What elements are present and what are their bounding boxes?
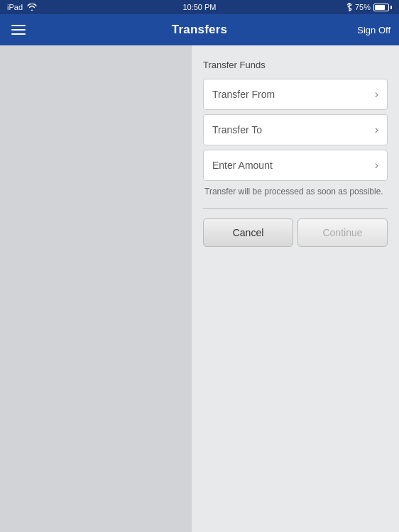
enter-amount-label: Enter Amount [212,160,273,171]
nav-title: Transfers [172,23,227,37]
continue-button[interactable]: Continue [297,218,388,247]
status-bar: iPad 10:50 PM 75% [0,0,399,14]
info-text: Transfer will be processed as soon as po… [203,185,388,198]
nav-bar: Transfers Sign Off [0,14,399,45]
wifi-icon [27,4,37,11]
battery-percent: 75% [355,3,371,11]
divider [203,208,388,209]
transfer-to-row[interactable]: Transfer To › [203,114,388,145]
transfer-from-chevron: › [375,88,378,101]
status-bar-right: 75% [346,3,392,11]
battery-indicator [373,4,392,11]
carrier-label: iPad [7,3,23,11]
left-panel [0,45,192,532]
transfer-to-chevron: › [375,123,378,136]
transfer-from-row[interactable]: Transfer From › [203,79,388,110]
enter-amount-row[interactable]: Enter Amount › [203,150,388,181]
sign-off-button[interactable]: Sign Off [357,25,390,35]
section-title: Transfer Funds [203,60,388,70]
status-bar-left: iPad [7,3,37,11]
status-bar-time: 10:50 PM [182,3,216,11]
hamburger-button[interactable] [9,22,28,38]
transfer-to-label: Transfer To [212,124,262,135]
main-content: Transfer Funds Transfer From › Transfer … [0,45,399,532]
button-row: Cancel Continue [203,218,388,247]
cancel-button[interactable]: Cancel [203,218,293,247]
enter-amount-chevron: › [375,159,378,172]
right-panel: Transfer Funds Transfer From › Transfer … [192,45,399,532]
transfer-from-label: Transfer From [212,89,275,100]
bluetooth-icon [346,3,352,11]
